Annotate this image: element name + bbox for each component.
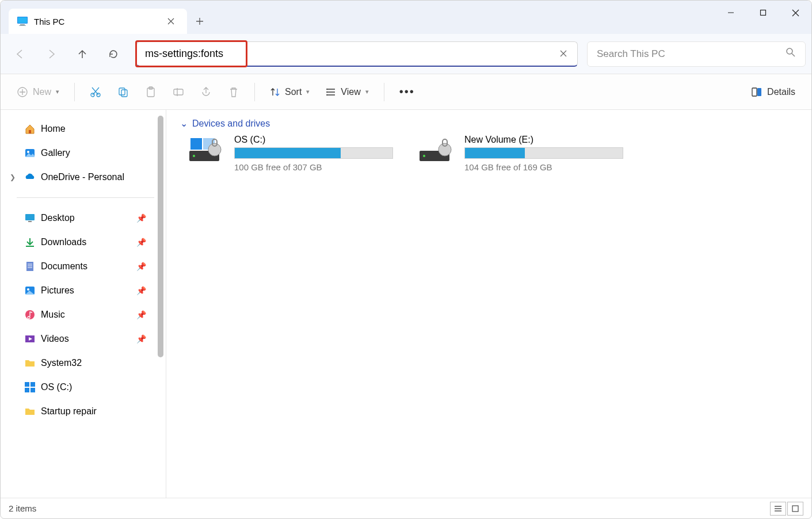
navbar: Search This PC — [1, 34, 811, 74]
tab-this-pc[interactable]: This PC — [9, 9, 187, 34]
view-large-icons-button[interactable] — [787, 502, 803, 516]
svg-rect-22 — [25, 214, 35, 220]
sidebar-item-os-drive[interactable]: OS (C:) — [7, 375, 163, 399]
share-button[interactable] — [193, 81, 219, 104]
group-header-devices[interactable]: ⌄ Devices and drives — [180, 118, 798, 129]
sidebar-item-label: Music — [41, 310, 65, 320]
drive-icon — [416, 135, 456, 167]
sidebar-item-documents[interactable]: Documents 📌 — [7, 254, 163, 278]
up-button[interactable] — [68, 40, 96, 68]
titlebar: This PC — [1, 1, 811, 34]
back-button[interactable] — [6, 40, 34, 68]
pin-icon: 📌 — [136, 286, 146, 295]
sidebar-item-downloads[interactable]: Downloads 📌 — [7, 230, 163, 254]
new-label: New — [33, 87, 51, 97]
tab-close-button[interactable] — [163, 13, 179, 29]
pin-icon: 📌 — [136, 213, 146, 223]
details-label: Details — [767, 87, 795, 97]
svg-point-37 — [208, 143, 221, 156]
drive-name: OS (C:) — [234, 135, 393, 145]
sidebar-item-label: System32 — [41, 358, 82, 368]
pictures-icon — [24, 284, 36, 297]
svg-rect-19 — [29, 130, 31, 133]
sidebar-item-pictures[interactable]: Pictures 📌 — [7, 278, 163, 303]
address-bar[interactable] — [136, 41, 578, 67]
drive-icon — [186, 135, 226, 167]
drives-container: OS (C:) 100 GB free of 307 GB New Volume… — [186, 135, 798, 172]
paste-button[interactable] — [138, 81, 163, 104]
view-toggle — [770, 502, 803, 516]
rename-button[interactable] — [166, 81, 191, 104]
sidebar-item-music[interactable]: Music 📌 — [7, 303, 163, 327]
svg-rect-31 — [25, 388, 29, 392]
sidebar-item-videos[interactable]: Videos 📌 — [7, 327, 163, 351]
copy-button[interactable] — [110, 81, 136, 104]
sidebar-item-home[interactable]: Home — [7, 117, 163, 141]
drive-free-text: 104 GB free of 169 GB — [464, 162, 623, 172]
folder-icon — [24, 357, 36, 369]
chevron-down-icon: ▾ — [306, 88, 310, 96]
view-details-button[interactable] — [770, 502, 786, 516]
drive-name: New Volume (E:) — [464, 135, 623, 145]
drive-item-e[interactable]: New Volume (E:) 104 GB free of 169 GB — [416, 135, 623, 172]
sidebar-item-desktop[interactable]: Desktop 📌 — [7, 206, 163, 230]
videos-icon — [24, 333, 36, 345]
sidebar-item-gallery[interactable]: Gallery — [7, 141, 163, 165]
sidebar-item-label: Pictures — [41, 285, 74, 296]
minimize-button[interactable] — [715, 1, 747, 25]
refresh-button[interactable] — [100, 40, 127, 68]
this-pc-icon — [17, 16, 28, 27]
search-placeholder: Search This PC — [597, 48, 786, 60]
sort-label: Sort — [285, 87, 302, 97]
sidebar-item-startup-repair[interactable]: Startup repair — [7, 399, 163, 423]
svg-rect-3 — [19, 25, 26, 26]
sidebar-item-onedrive[interactable]: ❯ OneDrive - Personal — [7, 165, 163, 189]
status-items-count: 2 items — [9, 503, 36, 513]
svg-rect-2 — [20, 24, 25, 25]
sidebar-item-system32[interactable]: System32 — [7, 351, 163, 375]
pin-icon: 📌 — [136, 310, 146, 319]
new-button[interactable]: New ▾ — [10, 81, 66, 104]
svg-point-14 — [326, 89, 327, 90]
more-button[interactable]: ••• — [392, 81, 422, 104]
tab-title: This PC — [34, 17, 163, 26]
gallery-icon — [24, 147, 36, 159]
details-button[interactable]: Details — [744, 81, 802, 104]
sidebar-item-label: Downloads — [41, 237, 86, 247]
documents-icon — [24, 260, 36, 273]
address-clear-button[interactable] — [553, 43, 574, 64]
svg-rect-18 — [757, 88, 761, 96]
svg-rect-4 — [761, 10, 766, 16]
window-controls — [715, 1, 811, 25]
close-window-button[interactable] — [779, 1, 811, 25]
main-pane: ⌄ Devices and drives OS (C:) 100 GB free… — [166, 110, 811, 498]
drive-usage-bar — [464, 147, 623, 159]
onedrive-icon — [24, 171, 36, 184]
svg-point-16 — [326, 94, 327, 96]
address-input[interactable] — [137, 48, 553, 60]
sidebar-divider — [17, 197, 154, 198]
group-header-label: Devices and drives — [192, 119, 270, 129]
view-button[interactable]: View ▾ — [319, 81, 375, 104]
sort-button[interactable]: Sort ▾ — [263, 81, 317, 104]
delete-button[interactable] — [221, 81, 246, 104]
svg-rect-17 — [752, 88, 757, 96]
svg-rect-9 — [119, 88, 125, 95]
content-area: Home Gallery ❯ OneDrive - Personal Deskt… — [1, 110, 811, 498]
svg-rect-1 — [18, 17, 27, 23]
svg-point-34 — [193, 155, 195, 157]
drive-usage-bar — [234, 147, 393, 159]
sidebar-item-label: OS (C:) — [41, 382, 72, 392]
cut-button[interactable] — [83, 81, 108, 104]
svg-rect-32 — [31, 388, 35, 392]
forward-button[interactable] — [37, 40, 65, 68]
new-tab-button[interactable] — [187, 9, 212, 34]
toolbar-separator — [384, 83, 384, 101]
svg-rect-10 — [121, 90, 127, 97]
maximize-button[interactable] — [747, 1, 779, 25]
chevron-right-icon[interactable]: ❯ — [10, 173, 16, 181]
drive-item-c[interactable]: OS (C:) 100 GB free of 307 GB — [186, 135, 393, 172]
sidebar-item-label: Startup repair — [41, 406, 97, 417]
drive-usage-fill — [235, 148, 341, 158]
search-box[interactable]: Search This PC — [587, 41, 806, 67]
